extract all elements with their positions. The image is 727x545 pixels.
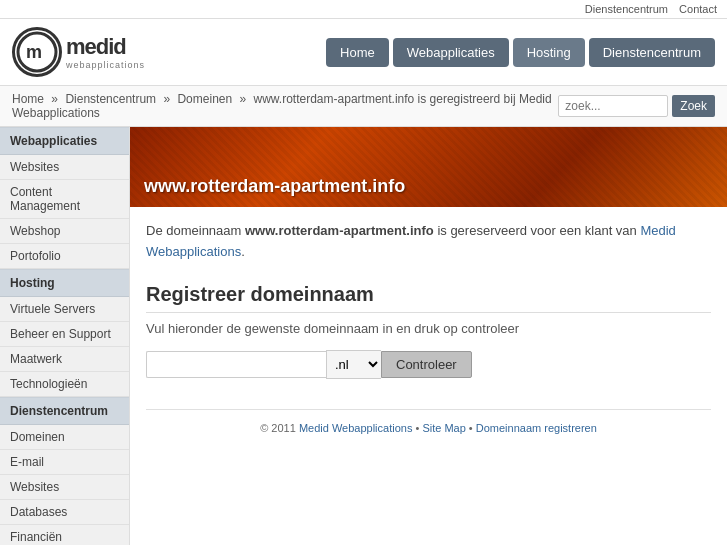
register-subtitle: Vul hieronder de gewenste domeinnaam in … (146, 321, 711, 336)
breadcrumb-dienstencentrum[interactable]: Dienstencentrum (65, 92, 156, 106)
header: m medid webapplications Home Webapplicat… (0, 19, 727, 86)
nav-home[interactable]: Home (326, 38, 389, 67)
breadcrumb: Home » Dienstencentrum » Domeinen » www.… (0, 86, 727, 127)
sidebar-item-beheer-support[interactable]: Beheer en Support (0, 322, 129, 347)
sidebar-item-technologieen[interactable]: Technologieën (0, 372, 129, 397)
sidebar-section-webapplicaties: Webapplicaties (0, 127, 129, 155)
sidebar-item-virtuele-servers[interactable]: Virtuele Servers (0, 297, 129, 322)
logo-brand: medid (66, 34, 145, 60)
svg-text:m: m (26, 42, 42, 62)
sidebar-item-maatwerk[interactable]: Maatwerk (0, 347, 129, 372)
footer: © 2011 Medid Webapplications • Site Map … (146, 409, 711, 446)
nav-webapplicaties[interactable]: Webapplicaties (393, 38, 509, 67)
nav-dienstencentrum[interactable]: Dienstencentrum (589, 38, 715, 67)
register-title: Registreer domeinnaam (146, 283, 711, 313)
domain-info-after: is gereserveerd voor een klant van (434, 223, 641, 238)
top-link-dienstencentrum[interactable]: Dienstencentrum (585, 3, 668, 15)
domain-info-domain: www.rotterdam-apartment.info (245, 223, 434, 238)
sidebar: Webapplicaties Websites Content Manageme… (0, 127, 130, 545)
top-bar: Dienstencentrum Contact (0, 0, 727, 19)
sidebar-item-email[interactable]: E-mail (0, 450, 129, 475)
logo: m medid webapplications (12, 27, 145, 77)
logo-sub: webapplications (66, 60, 145, 70)
sidebar-item-databases[interactable]: Databases (0, 500, 129, 525)
footer-sitemap-link[interactable]: Site Map (422, 422, 465, 434)
footer-company-link[interactable]: Medid Webapplications (299, 422, 413, 434)
sep1: » (51, 92, 61, 106)
banner-title: www.rotterdam-apartment.info (144, 176, 405, 197)
search-form: Zoek (558, 95, 715, 117)
sep2: » (163, 92, 173, 106)
breadcrumb-home[interactable]: Home (12, 92, 44, 106)
sidebar-item-financien[interactable]: Financiën (0, 525, 129, 545)
domain-info: De domeinnaam www.rotterdam-apartment.in… (146, 221, 711, 263)
footer-copyright: © 2011 (260, 422, 299, 434)
domain-form: .nl .com .net .org .be Controleer (146, 350, 711, 379)
breadcrumb-path: Home » Dienstencentrum » Domeinen » www.… (12, 92, 558, 120)
search-input[interactable] (558, 95, 668, 117)
domain-info-before: De domeinnaam (146, 223, 245, 238)
breadcrumb-domeinen[interactable]: Domeinen (177, 92, 232, 106)
banner: www.rotterdam-apartment.info (130, 127, 727, 207)
logo-circle: m (12, 27, 62, 77)
sidebar-item-content-management[interactable]: Content Management (0, 180, 129, 219)
footer-register-link[interactable]: Domeinnaam registreren (476, 422, 597, 434)
sidebar-item-websites2[interactable]: Websites (0, 475, 129, 500)
layout: Webapplicaties Websites Content Manageme… (0, 127, 727, 545)
main-nav: Home Webapplicaties Hosting Dienstencent… (326, 38, 715, 67)
content-area: De domeinnaam www.rotterdam-apartment.in… (130, 207, 727, 460)
domain-extension-select[interactable]: .nl .com .net .org .be (326, 350, 381, 379)
domain-name-input[interactable] (146, 351, 326, 378)
footer-sep2: • (466, 422, 476, 434)
controleer-button[interactable]: Controleer (381, 351, 472, 378)
top-link-contact[interactable]: Contact (679, 3, 717, 15)
sidebar-item-domeinen[interactable]: Domeinen (0, 425, 129, 450)
sidebar-section-dienstencentrum: Dienstencentrum (0, 397, 129, 425)
domain-info-period: . (241, 244, 245, 259)
sidebar-item-webshop[interactable]: Webshop (0, 219, 129, 244)
sidebar-section-hosting: Hosting (0, 269, 129, 297)
nav-hosting[interactable]: Hosting (513, 38, 585, 67)
sidebar-item-websites1[interactable]: Websites (0, 155, 129, 180)
search-button[interactable]: Zoek (672, 95, 715, 117)
logo-text: medid webapplications (66, 34, 145, 70)
footer-sep1: • (412, 422, 422, 434)
sep3: » (240, 92, 250, 106)
sidebar-item-portofolio[interactable]: Portofolio (0, 244, 129, 269)
main-content: www.rotterdam-apartment.info De domeinna… (130, 127, 727, 545)
